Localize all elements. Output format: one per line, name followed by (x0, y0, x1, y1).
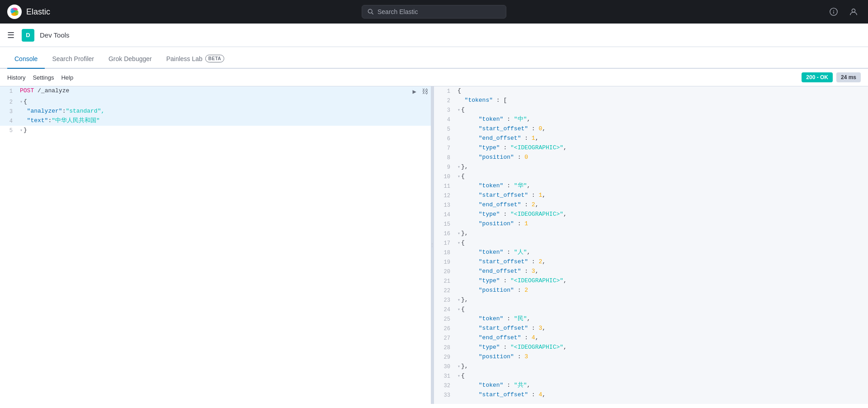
output-line-content: "start_offset" : 3, (456, 324, 868, 333)
output-line: 16▾}, (434, 229, 868, 238)
fold-arrow[interactable]: ▾ (458, 231, 460, 236)
output-line-number: 24 (434, 305, 456, 314)
json-value-string: "<IDEOGRAPHIC>" (510, 277, 563, 284)
output-line-number: 2 (434, 96, 456, 105)
json-bracket: { (458, 87, 461, 94)
divider-handle[interactable]: ⋮ (431, 86, 434, 404)
history-button[interactable]: History (7, 74, 25, 81)
json-key: "position" (479, 287, 514, 294)
brace-token: { (24, 98, 27, 105)
output-line: 21 "type" : "<IDEOGRAPHIC>", (434, 276, 868, 286)
fold-arrow[interactable]: ▾ (458, 108, 460, 113)
output-line-content: ▾}, (456, 162, 868, 172)
output-line: 28 "type" : "<IDEOGRAPHIC>", (434, 343, 868, 352)
path-token: /_analyze (38, 87, 69, 94)
output-line-number: 23 (434, 295, 456, 305)
output-line-content: "tokens" : [ (456, 96, 868, 105)
hamburger-button[interactable]: ☰ (7, 30, 14, 40)
output-panel[interactable]: 1{2 "tokens" : [3▾{4 "token" : "中",5 "st… (434, 86, 868, 404)
output-line-number: 5 (434, 124, 456, 134)
output-line-content: "position" : 0 (456, 153, 868, 162)
editor-line: 4 "text":"中华人民共和国" (0, 116, 434, 126)
output-line-content: "position" : 2 (456, 286, 868, 295)
json-value-number: 4 (532, 334, 535, 341)
output-line: 13 "end_offset" : 2, (434, 200, 868, 210)
output-line-content: "start_offset" : 0, (456, 124, 868, 134)
output-line-content: ▾}, (456, 229, 868, 238)
output-line-number: 25 (434, 314, 456, 324)
output-line-number: 22 (434, 286, 456, 295)
run-button[interactable]: ▶ (411, 86, 418, 97)
output-line: 33 "start_offset" : 4, (434, 390, 868, 400)
tab-search-profiler[interactable]: Search Profiler (45, 55, 101, 69)
brace-token: } (24, 127, 27, 133)
main-content: 1POST /_analyze▶⛓2▾{3 "analyzer":"standa… (0, 86, 868, 404)
help-button[interactable]: Help (61, 74, 73, 81)
fold-arrow[interactable]: ▾ (458, 174, 460, 179)
fold-arrow[interactable]: ▾ (458, 241, 460, 246)
output-line-number: 7 (434, 143, 456, 153)
output-line-number: 18 (434, 248, 456, 257)
output-line-number: 33 (434, 390, 456, 400)
fold-arrow[interactable]: ▾ (458, 364, 460, 369)
output-line: 31▾{ (434, 371, 868, 381)
status-ok: 200 - OK (802, 72, 833, 82)
value-token: "中华人民共和国" (52, 117, 100, 124)
output-line: 4 "token" : "中", (434, 115, 868, 124)
fold-arrow[interactable]: ▾ (20, 128, 23, 133)
tab-console[interactable]: Console (7, 55, 45, 69)
output-line-number: 14 (434, 210, 456, 219)
fold-arrow[interactable]: ▾ (458, 298, 460, 303)
json-value-number: 2 (538, 258, 542, 265)
output-line-number: 10 (434, 172, 456, 181)
json-key: "token" (479, 315, 504, 322)
json-value-string: "人" (514, 249, 527, 256)
fold-arrow[interactable]: ▾ (458, 307, 460, 312)
json-key: "start_offset" (479, 325, 528, 332)
top-bar-right (826, 5, 861, 19)
output-line-content: ▾}, (456, 362, 868, 371)
output-line-number: 9 (434, 162, 456, 172)
json-key: "start_offset" (479, 192, 528, 199)
method-token: POST (20, 87, 34, 94)
editor-line: 1POST /_analyze▶⛓ (0, 86, 434, 97)
json-bracket: }, (461, 163, 468, 170)
tab-painless-lab[interactable]: Painless LabBETA (159, 55, 232, 69)
json-key: "position" (479, 220, 514, 227)
fold-arrow[interactable]: ▾ (458, 374, 460, 379)
copy-link-button[interactable]: ⛓ (420, 86, 430, 97)
editor-panel[interactable]: 1POST /_analyze▶⛓2▾{3 "analyzer":"standa… (0, 86, 434, 404)
output-line-content: ▾{ (456, 371, 868, 381)
json-value-string: "<IDEOGRAPHIC>" (510, 344, 563, 351)
output-line-content: "type" : "<IDEOGRAPHIC>", (456, 343, 868, 352)
alerts-icon[interactable] (826, 5, 841, 19)
fold-arrow[interactable]: ▾ (458, 165, 460, 170)
output-line-number: 19 (434, 257, 456, 267)
output-line-content: ▾{ (456, 238, 868, 248)
output-line-content: "type" : "<IDEOGRAPHIC>", (456, 210, 868, 219)
tab-grok-debugger[interactable]: Grok Debugger (101, 55, 159, 69)
output-line: 12 "start_offset" : 1, (434, 191, 868, 200)
elastic-logo-icon (7, 5, 22, 19)
key-token: "text" (27, 117, 48, 124)
status-badge: 200 - OK 24 ms (802, 72, 861, 82)
output-line: 22 "position" : 2 (434, 286, 868, 295)
svg-line-7 (372, 13, 373, 14)
output-line-content: "end_offset" : 1, (456, 134, 868, 143)
svg-point-5 (15, 10, 19, 15)
output-line-content: "type" : "<IDEOGRAPHIC>", (456, 143, 868, 153)
fold-arrow[interactable]: ▾ (20, 100, 23, 104)
user-icon[interactable] (846, 5, 861, 19)
editor-line: 3 "analyzer":"standard", (0, 107, 434, 116)
search-bar[interactable]: Search Elastic (362, 5, 506, 19)
output-line: 5 "start_offset" : 0, (434, 124, 868, 134)
output-line: 15 "position" : 1 (434, 219, 868, 229)
json-value-string: "<IDEOGRAPHIC>" (510, 211, 563, 218)
settings-button[interactable]: Settings (33, 74, 54, 81)
output-line-number: 13 (434, 200, 456, 210)
tabs-bar: ConsoleSearch ProfilerGrok DebuggerPainl… (0, 47, 868, 69)
elastic-logo: Elastic (7, 5, 50, 19)
output-line-number: 6 (434, 134, 456, 143)
json-key: "end_offset" (479, 268, 521, 275)
json-value-number: 1 (538, 192, 542, 199)
